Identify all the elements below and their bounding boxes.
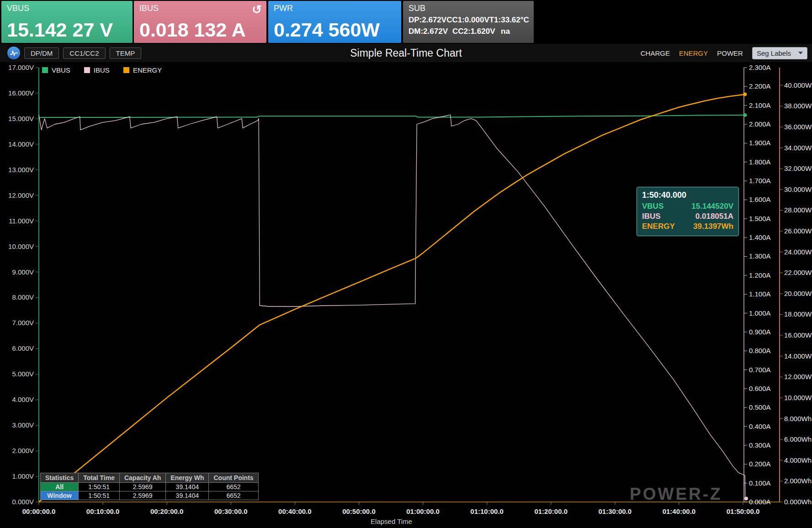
vbus-value: 15.142 27 V (7, 20, 127, 40)
wh-axis-label: 8.000Wh (784, 415, 812, 422)
sub-panel[interactable]: SUB DP:2.672V CC1:0.000V T1:33.62°C DM:2… (403, 1, 534, 43)
pwr-label: PWR (274, 4, 396, 13)
legend-label: ENERGY (133, 66, 162, 74)
ibus-label: IBUS (139, 4, 261, 13)
x-axis-label: 01:00:00.0 (406, 507, 440, 515)
dp-value: DP:2.672V (409, 16, 446, 25)
a-axis-label: 0.200A (749, 460, 771, 468)
statistics-table: Statistics Total Time Capacity Ah Energy… (40, 473, 259, 500)
a-axis-label: 0.300A (749, 441, 771, 449)
wh-axis-label: 0.000Wh (784, 498, 812, 506)
wh-axis-label: 34.000Wh (784, 144, 812, 152)
v-axis-label: 3.000V (12, 421, 34, 429)
wh-axis-label: 4.000Wh (784, 456, 812, 464)
x-axis-label: 00:50:00.0 (342, 507, 376, 515)
legend-label: IBUS (94, 66, 110, 74)
legend-swatch (123, 67, 129, 73)
v-axis-label: 5.000V (12, 370, 34, 378)
v-axis-label: 1.000V (12, 472, 34, 480)
toolbar-right-group: CHARGE ENERGY POWER Seg Labels (641, 47, 807, 59)
v-axis-label: 15.000V (8, 115, 34, 122)
rotate-ccw-icon[interactable] (252, 4, 262, 16)
x-axis-label: 00:40:00.0 (278, 507, 312, 515)
tab-cc1cc2[interactable]: CC1/CC2 (63, 48, 105, 59)
a-axis-label: 2.200A (749, 82, 771, 90)
a-axis-label: 1.400A (749, 233, 771, 241)
chevron-down-icon (798, 52, 803, 54)
tab-temp[interactable]: TEMP (110, 48, 142, 59)
v-axis-label: 10.000V (8, 243, 34, 250)
chart-area[interactable]: 0.000V1.000V2.000V3.000V4.000V5.000V6.00… (0, 62, 812, 528)
legend-item-energy[interactable]: ENERGY (123, 66, 162, 74)
a-axis-label: 0.900A (749, 328, 771, 336)
x-axis-label: 01:20:00.0 (534, 507, 568, 515)
legend-item-vbus[interactable]: VBUS (42, 66, 70, 74)
tooltip-time: 1:50:40.000 (642, 190, 733, 200)
wh-axis-label: 26.000Wh (784, 227, 812, 235)
cc1-value: CC1:0.000V (446, 16, 489, 25)
wh-axis-label: 10.000Wh (784, 394, 812, 401)
a-axis-label: 0.600A (749, 385, 771, 392)
pwr-value: 0.274 560W (274, 20, 396, 40)
power-button[interactable]: POWER (717, 49, 743, 57)
tooltip-row-vbus: VBUS 15.144520V (642, 201, 733, 211)
stats-row-window: Window 1:50:51 2.5969 39.1404 6652 (41, 491, 259, 500)
wh-axis-label: 2.000Wh (784, 477, 812, 485)
t1-value: T1:33.62°C (489, 16, 529, 25)
x-axis-label: 01:40:00.0 (663, 507, 696, 515)
a-axis-label: 0.100A (749, 479, 771, 487)
wh-axis-label: 36.000Wh (784, 123, 812, 131)
wh-axis-label: 38.000Wh (784, 102, 812, 110)
x-axis-label: 01:10:00.0 (470, 507, 504, 515)
toolbar: DP/DM CC1/CC2 TEMP Simple Real-Time Char… (0, 44, 812, 62)
a-axis-label: 2.000A (749, 120, 771, 128)
x-axis-label: 01:50:00.0 (727, 507, 760, 515)
pwr-panel[interactable]: PWR 0.274 560W (268, 1, 401, 43)
v-axis-label: 7.000V (12, 319, 34, 327)
v-axis-label: 13.000V (8, 166, 34, 174)
v-axis-label: 8.000V (12, 293, 34, 301)
x-axis-title: Elapsed Time (371, 517, 412, 525)
v-axis-label: 16.000V (8, 89, 34, 97)
app-chart-icon[interactable] (7, 47, 20, 59)
a-axis-label: 0.700A (749, 366, 771, 374)
ibus-value: 0.018 132 A (139, 20, 261, 40)
v-axis-label: 9.000V (12, 268, 34, 276)
legend-item-ibus[interactable]: IBUS (84, 66, 110, 74)
v-axis-label: 6.000V (12, 344, 34, 352)
tab-dpdm[interactable]: DP/DM (24, 48, 59, 59)
wh-axis-label: 6.000Wh (784, 435, 812, 443)
a-axis-label: 0.000A (749, 498, 771, 506)
sub-line-1: DP:2.672V CC1:0.000V T1:33.62°C (409, 16, 528, 25)
charge-button[interactable]: CHARGE (641, 49, 670, 57)
wh-axis-label: 12.000Wh (784, 373, 812, 380)
tooltip-row-energy: ENERGY 39.1397Wh (642, 222, 733, 232)
sub-label: SUB (409, 4, 528, 13)
legend-swatch (84, 67, 90, 73)
powerz-watermark: POWER-Z (630, 485, 722, 504)
measurement-header: VBUS 15.142 27 V IBUS 0.018 132 A PWR 0.… (0, 0, 812, 44)
page-title: Simple Real-Time Chart (350, 47, 462, 59)
seg-labels-dropdown[interactable]: Seg Labels (752, 47, 807, 59)
stats-header-row: Statistics Total Time Capacity Ah Energy… (41, 473, 259, 483)
legend: VBUSIBUSENERGY (42, 66, 162, 74)
a-axis-label: 0.400A (749, 422, 771, 430)
chart-canvas[interactable]: 0.000V1.000V2.000V3.000V4.000V5.000V6.00… (0, 62, 812, 528)
a-axis-label: 0.500A (749, 403, 771, 411)
ibus-panel[interactable]: IBUS 0.018 132 A (134, 1, 266, 43)
a-axis-label: 1.200A (749, 271, 771, 279)
sub-line-2: DM:2.672V CC2:1.620V na (409, 27, 528, 36)
tooltip-row-ibus: IBUS 0.018051A (642, 211, 733, 222)
v-axis-label: 12.000V (8, 191, 34, 199)
t2-value: na (501, 27, 510, 36)
series-line-vbus (39, 115, 747, 118)
a-axis-label: 1.700A (749, 177, 771, 185)
vbus-panel[interactable]: VBUS 15.142 27 V (1, 1, 133, 43)
energy-button[interactable]: ENERGY (679, 49, 708, 57)
wh-axis-label: 28.000Wh (784, 206, 812, 214)
wh-axis-label: 16.000Wh (784, 331, 812, 339)
a-axis-label: 1.900A (749, 139, 771, 147)
series-line-energy (39, 94, 747, 502)
x-axis-label: 00:10:00.0 (86, 507, 120, 515)
vbus-label: VBUS (7, 4, 127, 13)
